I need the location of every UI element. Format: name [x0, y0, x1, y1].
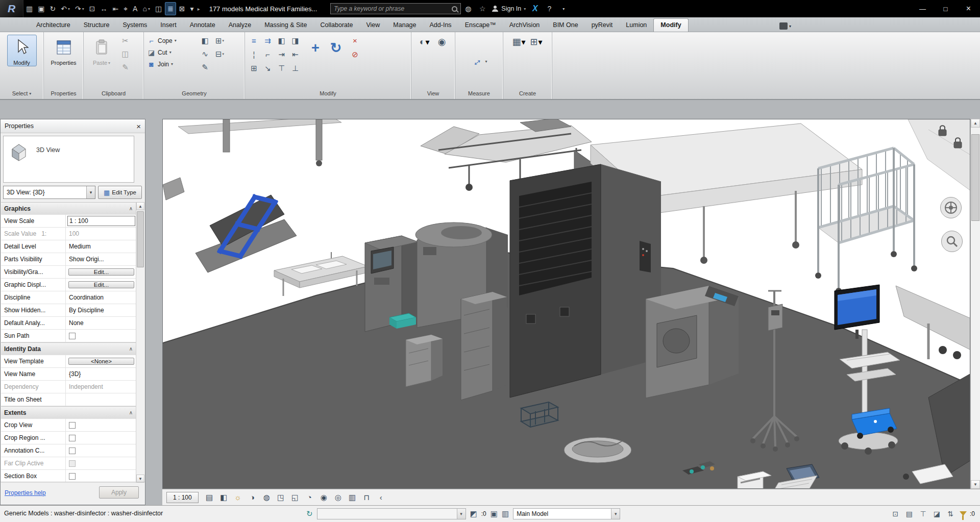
visual-style-icon[interactable]: ◧	[217, 492, 230, 503]
view-name-value[interactable]: {3D}	[67, 369, 135, 379]
tab-annotate[interactable]: Annotate	[183, 19, 222, 32]
split-element-icon[interactable]: ¦	[248, 48, 260, 60]
measure-icon[interactable]: ↔	[98, 2, 109, 15]
active-workset-select[interactable]: ▾	[317, 508, 466, 519]
minimize-button[interactable]: —	[911, 0, 934, 17]
edit-type-button[interactable]: ▦ Edit Type	[98, 186, 142, 199]
measure-dropdown-icon[interactable]: ▾	[485, 59, 487, 64]
steering-wheel-button[interactable]	[940, 197, 962, 218]
properties-scrollbar[interactable]: ▲ ▼	[136, 202, 144, 483]
scale-value-1-value[interactable]: 100	[67, 229, 135, 238]
chevron-down-icon[interactable]: ▾	[611, 509, 620, 519]
search-icon[interactable]	[452, 6, 457, 12]
default-analy-value[interactable]: None	[67, 318, 135, 328]
panel-label-properties[interactable]: Properties	[44, 88, 83, 99]
delete-icon[interactable]: ×	[349, 35, 361, 46]
viewport-scrollbar[interactable]: ▲ ▼	[970, 119, 980, 489]
select-links-icon[interactable]: ⊡	[890, 508, 901, 519]
model-instrument-tray[interactable]	[564, 437, 631, 463]
drawing-area[interactable]	[162, 119, 970, 489]
customize-qat-icon[interactable]: ▾	[188, 2, 196, 15]
sync-with-central-icon[interactable]: ↻	[47, 2, 58, 15]
properties-toggle-button[interactable]: Properties	[49, 35, 79, 66]
tab-lumion[interactable]: Lumion	[619, 19, 653, 32]
apply-button[interactable]: Apply	[99, 486, 139, 499]
create-parts-icon[interactable]: ▦▾	[511, 35, 527, 49]
help-search-input[interactable]: Type a keyword or phrase	[330, 3, 461, 14]
scroll-thumb[interactable]	[971, 134, 979, 221]
dependency-value[interactable]: Independent	[67, 382, 135, 391]
default-3d-view-dropdown-icon[interactable]: ▾	[148, 7, 150, 11]
copy-icon[interactable]: ◫	[119, 48, 131, 60]
collapse-viewbar-icon[interactable]: ‹	[375, 492, 387, 503]
select-underlay-elements-icon[interactable]: ▤	[903, 508, 915, 519]
tab-view[interactable]: View	[359, 19, 386, 32]
view-scale-value[interactable]: 1 : 100	[67, 216, 135, 226]
save-icon[interactable]: ▣	[36, 2, 46, 15]
view-scale-button[interactable]: 1 : 100	[166, 492, 199, 503]
trim-extend-single-icon[interactable]: ⇥	[276, 48, 287, 60]
title-on-sheet-value[interactable]	[67, 399, 135, 401]
zoom-button[interactable]	[941, 231, 963, 252]
visibility-gra-button[interactable]: Edit...	[68, 268, 134, 276]
cut-geometry-button[interactable]: ◪Cut▾	[147, 46, 196, 58]
panel-label-create[interactable]: Create	[503, 88, 552, 99]
tab-insert[interactable]: Insert	[154, 19, 183, 32]
create-assembly-dropdown-icon[interactable]: ▾	[538, 37, 543, 47]
cut-profile-icon[interactable]: ⊞▾	[214, 35, 226, 46]
tab-archvision[interactable]: ArchVision	[503, 19, 547, 32]
match-type-properties-icon[interactable]: ✎	[119, 61, 131, 73]
detail-level-icon[interactable]: ▤	[203, 492, 216, 503]
open-icon[interactable]: ▥	[24, 2, 35, 15]
crop-view-checkbox[interactable]	[69, 422, 76, 429]
panel-label-select[interactable]: Select▾	[0, 88, 43, 99]
tab-enscape[interactable]: Enscape™	[458, 19, 503, 32]
apply-coping-icon[interactable]: ◧	[199, 35, 211, 46]
array-icon[interactable]: ⊞	[248, 62, 260, 74]
tab-manage[interactable]: Manage	[386, 19, 423, 32]
tab-collaborate[interactable]: Collaborate	[314, 19, 360, 32]
type-preview-box[interactable]: 3D View	[3, 136, 134, 183]
rotate-icon[interactable]: ↻	[326, 35, 346, 61]
cut-icon[interactable]: ✂	[119, 35, 131, 46]
chevron-down-icon[interactable]: ▾	[86, 186, 95, 198]
trim-extend-corner-icon[interactable]: ⌐	[262, 48, 274, 60]
properties-help-link[interactable]: Properties help	[5, 489, 46, 496]
parts-visibility-value[interactable]: Show Origi...	[67, 255, 135, 264]
editing-requests-icon[interactable]: ◩	[470, 509, 477, 518]
model-washer-disinfector-rack[interactable]	[510, 164, 661, 397]
scale-icon[interactable]: ↘	[262, 62, 274, 74]
active-only-icon[interactable]: ▥	[502, 509, 509, 518]
close-hidden-windows-icon[interactable]: ⊠	[177, 2, 187, 15]
edit-profile-icon[interactable]: ⊟▾	[214, 48, 226, 60]
panel-label-geometry[interactable]: Geometry	[144, 88, 244, 99]
redo-dropdown-icon[interactable]: ▾	[82, 7, 84, 11]
move-icon[interactable]: +	[305, 35, 326, 61]
tab-structure[interactable]: Structure	[77, 19, 116, 32]
measure-between-references-icon[interactable]: ↔	[471, 55, 482, 68]
section-graphics[interactable]: Graphics∧	[1, 202, 137, 215]
sun-path-icon[interactable]: ☼	[232, 492, 244, 503]
detail-level-value[interactable]: Medium	[67, 242, 135, 251]
tab-add-ins[interactable]: Add-Ins	[423, 19, 458, 32]
undo-icon[interactable]: ↶▾	[59, 2, 72, 15]
offset-icon[interactable]: ⇉	[262, 35, 274, 46]
section-extents[interactable]: Extents∧	[1, 406, 137, 419]
select-pinned-elements-icon[interactable]: ⊤	[917, 508, 929, 519]
tab-pyrevit[interactable]: pyRevit	[585, 19, 620, 32]
edit-profile-dropdown-icon[interactable]: ▾	[223, 52, 225, 56]
disallow-join-icon[interactable]: ⊘	[349, 48, 361, 60]
section-box-checkbox[interactable]	[69, 473, 76, 480]
tab-bim-one[interactable]: BIM One	[546, 19, 584, 32]
mirror-draw-axis-icon[interactable]: ◨	[289, 35, 301, 46]
sun-path-checkbox[interactable]	[69, 333, 76, 339]
create-assembly-icon[interactable]: ⊞▾	[529, 35, 544, 49]
reveal-hidden-elements-icon[interactable]: ◉	[434, 35, 450, 49]
cope-button[interactable]: ⌐Cope▾	[147, 35, 196, 46]
temporary-view-properties-icon[interactable]: ▥	[346, 492, 359, 503]
align-icon[interactable]: ≡	[248, 35, 260, 46]
model-storage-cabinet-tall[interactable]	[461, 292, 507, 400]
pin-icon[interactable]: ⊤	[276, 62, 287, 74]
demolish-icon[interactable]: ✎	[199, 61, 211, 73]
annotation-c-checkbox[interactable]	[69, 448, 76, 454]
